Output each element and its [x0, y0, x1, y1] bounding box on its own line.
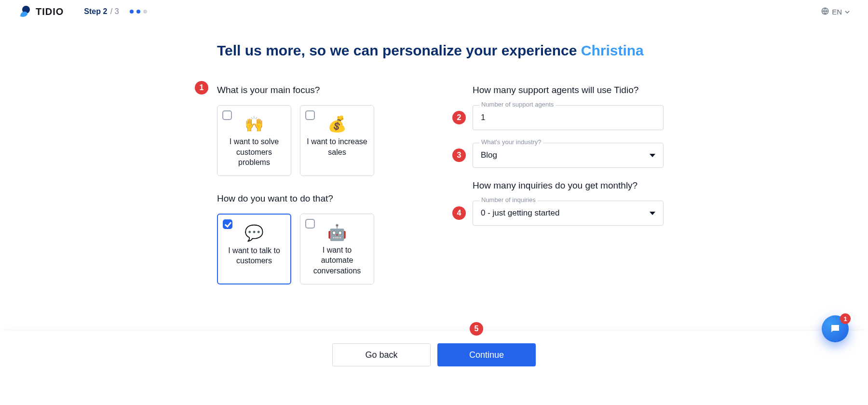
step-dot-1	[130, 10, 134, 14]
step-dots	[130, 10, 147, 14]
chevron-down-icon	[650, 154, 655, 157]
step-indicator: Step 2 / 3	[84, 7, 147, 16]
annotation-badge-3: 3	[452, 148, 466, 162]
footer-actions: 5 Go back Continue	[0, 331, 868, 366]
inquiries-field-wrap: 4 Number of inquiries 0 - just getting s…	[473, 201, 665, 226]
step-total: / 3	[108, 7, 119, 15]
raising-hands-icon: 🙌	[244, 116, 264, 132]
checkbox-icon	[305, 110, 315, 120]
brand-logo: TIDIO	[18, 5, 64, 18]
how-options: 💬 I want to talk to customers 🤖 I want t…	[217, 214, 420, 284]
chevron-down-icon	[845, 8, 850, 16]
question-inquiries: How many inquiries do you get monthly?	[473, 180, 665, 191]
main-focus-options: 🙌 I want to solve customers problems 💰 I…	[217, 105, 420, 176]
option-label: I want to talk to customers	[224, 245, 285, 266]
language-label: EN	[832, 8, 842, 16]
option-solve-problems[interactable]: 🙌 I want to solve customers problems	[217, 105, 291, 176]
checkbox-icon	[305, 219, 315, 229]
continue-button[interactable]: Continue	[437, 343, 536, 366]
question-how: How do you want to do that?	[217, 193, 420, 204]
annotation-badge-5: 5	[470, 322, 483, 336]
brand-mark-icon	[18, 5, 32, 18]
brand-name: TIDIO	[36, 6, 64, 17]
annotation-badge-2: 2	[452, 111, 466, 124]
globe-icon	[821, 7, 829, 16]
option-automate-conversations[interactable]: 🤖 I want to automate conversations	[300, 214, 374, 284]
money-bag-icon: 💰	[327, 116, 347, 132]
question-agents: How many support agents will use Tidio?	[473, 85, 665, 95]
main-content: Tell us more, so we can personalize your…	[198, 42, 670, 302]
agents-input-field[interactable]	[481, 113, 655, 122]
industry-field-label: What's your industry?	[479, 138, 543, 146]
step-dot-2	[136, 10, 140, 14]
chat-unread-badge: 1	[840, 313, 851, 324]
chat-widget-button[interactable]: 1	[822, 315, 849, 342]
left-column: 1 What is your main focus? 🙌 I want to s…	[217, 85, 420, 302]
chevron-down-icon	[650, 212, 655, 215]
industry-select[interactable]: Blog	[473, 143, 664, 168]
inquiries-field-label: Number of inquiries	[479, 196, 538, 203]
agents-input[interactable]	[473, 105, 664, 130]
inquiries-value: 0 - just getting started	[481, 208, 559, 218]
option-label: I want to increase sales	[306, 136, 368, 157]
headline-username: Christina	[581, 42, 644, 58]
checkbox-icon	[222, 110, 232, 120]
step-dot-3	[143, 10, 147, 14]
option-label: I want to automate conversations	[306, 245, 368, 276]
chat-bubble-icon: 💬	[244, 225, 264, 241]
annotation-badge-1: 1	[195, 81, 208, 94]
right-column: How many support agents will use Tidio? …	[473, 85, 665, 302]
inquiries-select[interactable]: 0 - just getting started	[473, 201, 664, 226]
headline-prefix: Tell us more, so we can personalize your…	[217, 42, 581, 58]
question-main-focus: What is your main focus?	[217, 85, 420, 95]
option-label: I want to solve customers problems	[223, 136, 285, 168]
page-title: Tell us more, so we can personalize your…	[217, 42, 670, 59]
checkbox-icon	[223, 219, 232, 229]
annotation-badge-4: 4	[452, 206, 466, 220]
language-switcher[interactable]: EN	[821, 7, 850, 16]
industry-field-wrap: 3 What's your industry? Blog	[473, 143, 665, 168]
robot-icon: 🤖	[327, 225, 347, 240]
option-talk-to-customers[interactable]: 💬 I want to talk to customers	[217, 214, 291, 284]
top-bar: TIDIO Step 2 / 3 EN	[0, 0, 868, 23]
industry-value: Blog	[481, 150, 497, 160]
go-back-button[interactable]: Go back	[332, 343, 431, 366]
agents-field-label: Number of support agents	[479, 101, 556, 108]
option-increase-sales[interactable]: 💰 I want to increase sales	[300, 105, 374, 176]
step-current: Step 2	[84, 7, 107, 15]
agents-field-wrap: 2 Number of support agents	[473, 105, 665, 130]
chat-icon	[829, 323, 841, 335]
